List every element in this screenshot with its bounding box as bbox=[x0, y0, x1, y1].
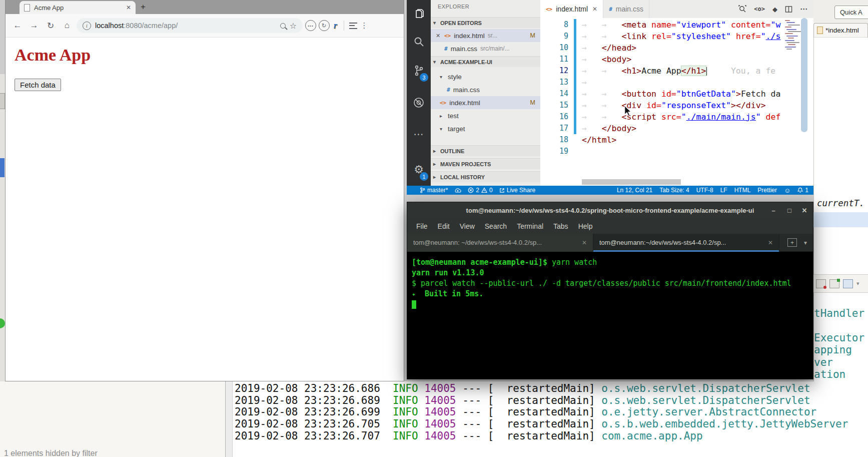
menu-tabs[interactable]: Tabs bbox=[548, 222, 573, 230]
open-preview-icon[interactable] bbox=[738, 5, 746, 13]
more-actions-icon[interactable]: ⋯ bbox=[800, 5, 807, 14]
code-line[interactable]: </html> bbox=[582, 134, 780, 146]
explorer-icon[interactable] bbox=[412, 8, 425, 21]
sync-item[interactable] bbox=[454, 188, 461, 193]
reading-list-icon[interactable] bbox=[349, 23, 357, 29]
tab-size[interactable]: Tab Size: 4 bbox=[659, 187, 689, 194]
code-line[interactable]: → → <h1>Acme App</h1>You, a fe bbox=[582, 65, 780, 77]
pin-console-icon[interactable] bbox=[829, 279, 839, 288]
code-line[interactable]: → </head> bbox=[582, 42, 780, 54]
minimize-button[interactable]: – bbox=[766, 202, 781, 219]
code-line[interactable]: → <body> bbox=[582, 54, 780, 65]
close-tab-icon[interactable]: ✕ bbox=[126, 4, 131, 11]
terminal-tab[interactable]: tom@neumann: ~/dev/ws/ws-sts4-4.0.2/sp..… bbox=[407, 234, 593, 252]
live-share-item[interactable]: Live Share bbox=[499, 187, 535, 194]
tree-item-maincss[interactable]: #main.css bbox=[431, 83, 540, 96]
terminal-tab[interactable]: tom@neumann:~/dev/ws/ws-sts4-4.0.2/sp...… bbox=[593, 234, 779, 252]
minimap[interactable] bbox=[784, 18, 801, 179]
quick-access-button[interactable]: Quick A bbox=[834, 6, 868, 19]
extension-r-icon[interactable]: r bbox=[332, 21, 339, 31]
project-header[interactable]: ▾ ACME-EXAMPLE-UI bbox=[431, 56, 540, 67]
zoom-icon[interactable] bbox=[280, 23, 286, 29]
extension-dots-icon[interactable]: ••• bbox=[305, 20, 316, 31]
formatter-name[interactable]: Prettier bbox=[757, 187, 777, 194]
editor-tab-main.css[interactable]: #main.css bbox=[603, 0, 649, 18]
code-editor[interactable]: → → <meta name="viewport" content="w→ → … bbox=[582, 19, 780, 157]
menu-view[interactable]: View bbox=[455, 222, 480, 230]
error-count: 2 bbox=[476, 187, 479, 194]
close-button[interactable]: ✕ bbox=[797, 202, 812, 219]
log-logger: com.acme.app.App bbox=[601, 430, 702, 442]
tree-item-style[interactable]: ▾style bbox=[431, 70, 540, 83]
browser-tab[interactable]: Acme App ✕ bbox=[20, 1, 136, 14]
eclipse-code-fragment: currentT. bbox=[817, 198, 864, 208]
sidebar-section-maven-projects[interactable]: ▸MAVEN PROJECTS bbox=[431, 158, 540, 169]
maximize-button[interactable]: □ bbox=[782, 202, 797, 219]
reload-button[interactable]: ↻ bbox=[44, 19, 58, 33]
language-mode[interactable]: HTML bbox=[734, 187, 751, 194]
show-source-icon[interactable]: <o> bbox=[754, 6, 765, 13]
extension-reload-icon[interactable]: ↻ bbox=[319, 20, 330, 31]
terminal-output[interactable]: [tom@neumann acme-example-ui]$ yarn watc… bbox=[407, 252, 813, 379]
fetch-data-button[interactable]: Fetch data bbox=[15, 79, 61, 91]
open-editor-item[interactable]: #main.csssrc/main/... bbox=[431, 42, 540, 55]
menu-edit[interactable]: Edit bbox=[433, 222, 455, 230]
debug-icon[interactable] bbox=[412, 96, 425, 109]
menu-terminal[interactable]: Terminal bbox=[512, 222, 548, 230]
horizontal-scrollbar[interactable] bbox=[582, 179, 681, 185]
terminal-title-bar[interactable]: tom@neumann:~/dev/ws/ws-sts4-4.0.2/sprin… bbox=[407, 202, 813, 219]
notifications-bell[interactable]: 1 bbox=[797, 187, 808, 194]
split-editor-icon[interactable] bbox=[785, 6, 792, 13]
editor-tab-index.html[interactable]: <>index.html✕ bbox=[540, 0, 603, 18]
open-console-icon[interactable] bbox=[843, 279, 853, 288]
spring-boot-console-panel: 2019-02-08 23:23:26.686 INFO 14005 --- [… bbox=[226, 381, 868, 457]
code-line[interactable]: → </body> bbox=[582, 123, 780, 134]
tree-item-target[interactable]: ▾target bbox=[431, 122, 540, 135]
search-icon[interactable] bbox=[412, 35, 425, 48]
menu-search[interactable]: Search bbox=[480, 222, 512, 230]
menu-file[interactable]: File bbox=[411, 222, 433, 230]
eclipse-editor-tab[interactable]: *index.html bbox=[813, 23, 868, 38]
code-line[interactable]: → → <script src="./main/main.js" def bbox=[582, 111, 780, 123]
minimap-slider[interactable] bbox=[801, 18, 807, 132]
code-line[interactable] bbox=[582, 146, 780, 157]
code-line[interactable]: → bbox=[582, 77, 780, 88]
encoding[interactable]: UTF-8 bbox=[696, 187, 713, 194]
more-views-icon[interactable]: ⋯ bbox=[412, 128, 425, 141]
tree-item-test[interactable]: ▸test bbox=[431, 109, 540, 122]
chevron-down-icon[interactable]: ▾ bbox=[856, 280, 859, 287]
git-branch-item[interactable]: master* bbox=[420, 187, 448, 194]
chevron-down-icon[interactable]: ▾ bbox=[804, 239, 807, 246]
code-line[interactable]: → → <link rel="stylesheet" href="./s bbox=[582, 31, 780, 42]
gitlens-icon[interactable]: ◆ bbox=[772, 6, 777, 13]
new-terminal-tab-button[interactable]: + bbox=[787, 238, 797, 247]
feedback-smiley-icon[interactable]: ☺ bbox=[784, 187, 790, 194]
address-bar[interactable]: i localhost:8080/acme/app/ ☆ bbox=[77, 18, 303, 33]
cursor-position[interactable]: Ln 12, Col 21 bbox=[617, 187, 652, 194]
console-scrollbar[interactable] bbox=[226, 381, 233, 457]
log-pid: 14005 bbox=[418, 418, 456, 430]
line-number: 19 bbox=[540, 146, 568, 157]
tree-item-indexhtml[interactable]: <>index.htmlM bbox=[431, 96, 540, 109]
bookmark-star-icon[interactable]: ☆ bbox=[290, 21, 297, 31]
browser-menu-icon[interactable]: ⋮ bbox=[360, 21, 369, 30]
menu-help[interactable]: Help bbox=[573, 222, 598, 230]
code-line[interactable]: → → <div id="responseText"></div> bbox=[582, 100, 780, 111]
back-button[interactable]: ← bbox=[11, 19, 25, 33]
code-line[interactable]: → → <button id="btnGetData">Fetch da bbox=[582, 88, 780, 100]
url-text[interactable]: localhost:8080/acme/app/ bbox=[95, 22, 276, 30]
sidebar-section-local-history[interactable]: ▸LOCAL HISTORY bbox=[431, 171, 540, 182]
new-tab-button[interactable]: + bbox=[136, 2, 151, 14]
sidebar-section-outline[interactable]: ▸OUTLINE bbox=[431, 145, 540, 156]
forward-button[interactable]: → bbox=[27, 19, 41, 33]
minimap-line bbox=[785, 47, 796, 48]
console-view-icon[interactable] bbox=[816, 279, 826, 288]
problems-item[interactable]: 2 0 bbox=[468, 187, 492, 194]
open-editor-item[interactable]: ✕<>index.htmlsr...M bbox=[431, 29, 540, 42]
home-button[interactable]: ⌂ bbox=[60, 19, 74, 33]
site-info-icon[interactable]: i bbox=[83, 22, 91, 30]
code-token: <h1> bbox=[621, 66, 641, 76]
code-line[interactable]: → → <meta name="viewport" content="w bbox=[582, 19, 780, 31]
eol-indicator[interactable]: LF bbox=[720, 187, 727, 194]
open-editors-header[interactable]: ▾ OPEN EDITORS bbox=[431, 17, 540, 28]
